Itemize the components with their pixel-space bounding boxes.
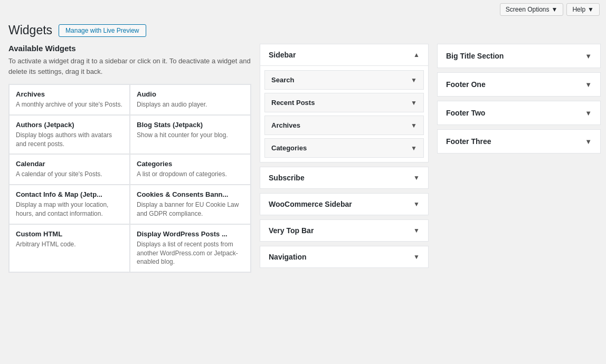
widget-item-desc: Display a banner for EU Cookie Law and G… [137,200,244,218]
widget-item[interactable]: Blog Stats (Jetpack) Show a hit counter … [130,115,251,155]
widget-item-desc: Show a hit counter for your blog. [137,131,244,140]
sidebar-widgets-list: Search ▼ Recent Posts ▼ Archives ▼ Categ… [260,65,428,162]
sidebar-widget-item[interactable]: Archives ▼ [264,116,424,135]
screen-options-button[interactable]: Screen Options ▼ [500,3,564,16]
available-widgets-description: To activate a widget drag it to a sideba… [8,56,251,76]
widget-item[interactable]: Archives A monthly archive of your site'… [9,84,130,115]
widget-item-desc: Displays a list of recent posts from ano… [137,240,244,266]
widget-grid: Archives A monthly archive of your site'… [8,84,251,273]
screen-options-label: Screen Options [506,6,550,13]
middle-sidebar-section: Subscribe ▼ [260,167,429,189]
right-sidebar-header[interactable]: Footer Two ▼ [438,101,600,124]
sidebar-widget-item[interactable]: Search ▼ [264,70,424,90]
widget-chevron-down-icon: ▼ [411,122,417,129]
widget-item-desc: Arbitrary HTML code. [16,240,123,249]
widget-item-desc: A list or dropdown of categories. [137,170,244,179]
middle-sidebar-section: Navigation ▼ [260,246,429,268]
page-header: Widgets Manage with Live Preview [0,19,606,44]
right-sidebar-title: Footer Two [446,109,485,117]
widget-item-desc: A monthly archive of your site's Posts. [16,100,123,109]
sidebar-widget-name: Recent Posts [271,99,315,107]
widget-item-desc: Display blogs authors with avatars and r… [16,131,123,149]
right-sidebar-section: Big Title Section ▼ [437,44,601,68]
right-sidebar-header[interactable]: Footer Three ▼ [438,130,600,153]
screen-options-chevron-icon: ▼ [552,6,558,13]
middle-sidebar-section-header[interactable]: Subscribe ▼ [260,167,428,188]
widget-item-name: Custom HTML [16,230,123,238]
widget-item-name: Display WordPress Posts ... [137,230,244,238]
middle-section-chevron-down-icon: ▼ [413,200,420,208]
sidebar-widget-item[interactable]: Recent Posts ▼ [264,93,424,112]
right-sidebar-header[interactable]: Footer One ▼ [438,73,600,96]
right-sidebar-chevron-down-icon: ▼ [585,109,592,117]
right-sidebar-title: Footer Three [446,137,491,146]
widget-item-name: Blog Stats (Jetpack) [137,121,244,129]
sidebar-widget-name: Archives [271,121,300,129]
sidebar-section-title: Sidebar [269,51,296,59]
widget-item-name: Contact Info & Map (Jetp... [16,190,123,198]
widget-item-name: Cookies & Consents Bann... [137,190,244,198]
right-sidebar-chevron-down-icon: ▼ [585,52,592,60]
middle-sidebar-section: WooCommerce Sidebar ▼ [260,193,429,215]
right-sidebar-title: Footer One [446,80,486,89]
page-title: Widgets [8,23,52,37]
widget-item-name: Categories [137,160,244,168]
available-widgets-heading: Available Widgets [8,44,251,53]
widget-item-name: Archives [16,90,123,98]
widget-item[interactable]: Contact Info & Map (Jetp... Display a ma… [9,185,130,224]
widget-item-name: Audio [137,90,244,98]
widget-item[interactable]: Display WordPress Posts ... Displays a l… [130,224,251,272]
widget-item[interactable]: Custom HTML Arbitrary HTML code. [9,224,130,272]
sidebar-section-header[interactable]: Sidebar ▲ [260,44,428,65]
right-sidebar-section: Footer Two ▼ [437,101,601,125]
widget-chevron-down-icon: ▼ [411,145,417,152]
middle-sidebar-section-title: Navigation [269,253,307,261]
right-sidebar-header[interactable]: Big Title Section ▼ [438,44,600,68]
widget-item-desc: Display a map with your location, hours,… [16,200,123,218]
middle-sidebar-section-title: WooCommerce Sidebar [269,200,352,208]
right-panel: Big Title Section ▼ Footer One ▼ Footer … [437,44,601,273]
widget-item-desc: Displays an audio player. [137,100,244,109]
middle-sidebar-section-title: Very Top Bar [269,226,314,235]
middle-section-chevron-down-icon: ▼ [413,174,420,181]
middle-sidebar-section-title: Subscribe [269,174,305,182]
right-sidebar-section: Footer Three ▼ [437,129,601,154]
right-sidebar-chevron-down-icon: ▼ [585,81,592,89]
middle-sidebar-section-header[interactable]: WooCommerce Sidebar ▼ [260,194,428,215]
sidebar-widget-item[interactable]: Categories ▼ [264,138,424,158]
sidebar-widget-name: Search [271,76,294,84]
widget-item[interactable]: Calendar A calendar of your site's Posts… [9,154,130,185]
top-bar: Screen Options ▼ Help ▼ [0,0,606,19]
widget-item-name: Authors (Jetpack) [16,121,123,129]
widget-item[interactable]: Authors (Jetpack) Display blogs authors … [9,115,130,155]
sidebar-widget-name: Categories [271,144,307,152]
help-button[interactable]: Help ▼ [566,3,600,16]
right-sidebar-title: Big Title Section [446,52,504,60]
widget-item[interactable]: Audio Displays an audio player. [130,84,251,115]
sidebars-panel: Sidebar ▲ Search ▼ Recent Posts ▼ Archiv… [260,44,429,273]
widget-item[interactable]: Cookies & Consents Bann... Display a ban… [130,185,251,224]
middle-sidebar-section: Very Top Bar ▼ [260,219,429,242]
available-widgets-panel: Available Widgets To activate a widget d… [8,44,251,273]
middle-section-chevron-down-icon: ▼ [413,227,420,234]
help-label: Help [572,6,585,13]
widget-item-name: Calendar [16,160,123,168]
live-preview-button[interactable]: Manage with Live Preview [59,24,146,37]
widget-item-desc: A calendar of your site's Posts. [16,170,123,179]
middle-section-chevron-down-icon: ▼ [413,253,420,261]
widget-chevron-down-icon: ▼ [411,76,417,84]
middle-sidebar-section-header[interactable]: Navigation ▼ [260,246,428,267]
middle-sidebar-section-header[interactable]: Very Top Bar ▼ [260,220,428,241]
help-chevron-icon: ▼ [588,6,594,13]
right-sidebar-section: Footer One ▼ [437,72,601,97]
widget-item[interactable]: Categories A list or dropdown of categor… [130,154,251,185]
right-sidebar-chevron-down-icon: ▼ [585,138,592,146]
sidebar-chevron-up-icon: ▲ [413,51,420,59]
widget-chevron-down-icon: ▼ [411,99,417,107]
middle-sections: Subscribe ▼ WooCommerce Sidebar ▼ Very T… [260,167,429,268]
main-content: Available Widgets To activate a widget d… [0,44,606,273]
sidebar-section: Sidebar ▲ Search ▼ Recent Posts ▼ Archiv… [260,44,429,162]
